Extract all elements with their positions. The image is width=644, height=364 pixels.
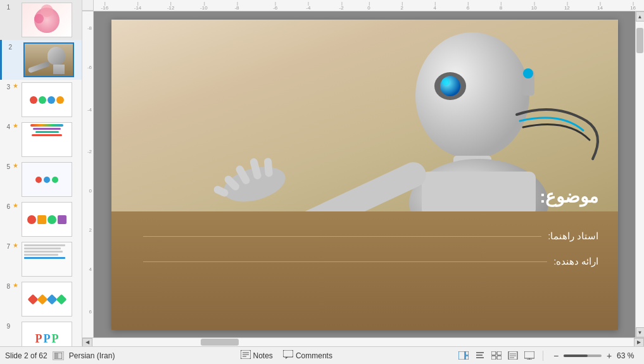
- canvas-area: موضوع: استاد راهنما: ارائه دهنده:: [94, 11, 635, 337]
- slide-bottom-section: موضوع: استاد راهنما: ارائه دهنده:: [111, 211, 618, 329]
- svg-point-0: [415, 32, 529, 159]
- slide-star-1: [13, 3, 19, 9]
- ruler-v-mark: -8: [82, 25, 93, 30]
- slide-thumbnail-8[interactable]: 8 ★: [0, 279, 82, 319]
- slide-thumbnail-2[interactable]: 2: [0, 40, 82, 80]
- slide-star-4: ★: [13, 122, 19, 129]
- slide-img-2: [23, 42, 74, 77]
- ruler-mark: 2: [400, 5, 403, 11]
- view-normal-icon[interactable]: [458, 351, 469, 360]
- ruler-mark: -12: [167, 5, 175, 11]
- slide-star-5: ★: [13, 162, 19, 169]
- slide-number-7: 7: [3, 242, 10, 250]
- zoom-level[interactable]: 63 %: [617, 351, 639, 360]
- view-reading-icon[interactable]: [507, 351, 519, 360]
- slide-thumbnail-3[interactable]: 3 ★: [0, 80, 82, 120]
- notes-label: Notes: [253, 351, 273, 360]
- slide-number-2: 2: [4, 42, 12, 51]
- slide-canvas[interactable]: موضوع: استاد راهنما: ارائه دهنده:: [111, 20, 618, 330]
- ruler-mark: 14: [597, 5, 603, 11]
- scroll-track-horizontal[interactable]: [92, 338, 634, 346]
- presenter-label: ارائه دهنده:: [553, 256, 598, 267]
- slide-star-6: ★: [13, 202, 19, 209]
- scroll-thumb-vertical[interactable]: [636, 28, 643, 53]
- ruler-mark: 0: [367, 5, 370, 11]
- zoom-slider-fill: [564, 355, 588, 357]
- svg-rect-23: [283, 350, 293, 357]
- slide-img-4: [22, 122, 72, 157]
- svg-rect-24: [458, 351, 465, 360]
- comments-button[interactable]: Comments: [283, 350, 332, 361]
- scroll-right-button[interactable]: ▶: [634, 338, 644, 347]
- zoom-slider[interactable]: [564, 355, 602, 357]
- slide-thumbnail-7[interactable]: 7 ★: [0, 239, 82, 279]
- middle-section: -8 -6 -4 -2 0 2 4 6: [82, 11, 644, 337]
- slide-number-3: 3: [3, 82, 10, 91]
- slide-img-5: [22, 162, 72, 197]
- zoom-controls: − + 63 %: [551, 351, 639, 361]
- scroll-thumb-horizontal[interactable]: [201, 339, 239, 346]
- ruler-h-content: -16 -14 -12 -10 -8 -6 -4 -2 0 2 4 6 8 10…: [94, 0, 644, 11]
- slide-img-9: P P P: [22, 322, 72, 346]
- svg-rect-30: [491, 351, 496, 355]
- slide-number-4: 4: [3, 122, 10, 130]
- slide-star-3: ★: [13, 82, 19, 89]
- svg-rect-8: [422, 172, 536, 215]
- scroll-down-button[interactable]: ▼: [636, 327, 645, 337]
- slide-number-9: 9: [3, 322, 10, 330]
- slide-thumbnail-6[interactable]: 6 ★: [0, 199, 82, 239]
- comments-icon: [283, 350, 293, 361]
- scroll-track-vertical[interactable]: [636, 22, 644, 327]
- subject-text: موضوع:: [540, 186, 598, 207]
- slide-img-7: [22, 242, 72, 277]
- ruler-v-mark: 0: [82, 188, 93, 194]
- ruler-left: -8 -6 -4 -2 0 2 4 6: [82, 11, 94, 337]
- ruler-v-mark: -6: [82, 64, 93, 70]
- svg-rect-38: [524, 351, 534, 358]
- notes-icon: [241, 350, 251, 361]
- svg-point-5: [523, 68, 533, 78]
- instructor-field: استاد راهنما:: [143, 230, 599, 242]
- slide-thumbnail-4[interactable]: 4 ★: [0, 120, 82, 160]
- view-presenter-icon[interactable]: [524, 351, 535, 360]
- slide-number-1: 1: [3, 3, 10, 11]
- ruler-mark: -16: [101, 5, 109, 11]
- notes-button[interactable]: Notes: [241, 350, 273, 361]
- slide-star-9: [13, 322, 19, 329]
- ruler-v-mark: -4: [82, 106, 93, 112]
- ruler-v-mark: -2: [82, 149, 93, 154]
- slide-thumbnail-1[interactable]: 1: [0, 0, 82, 40]
- scroll-up-button[interactable]: ▲: [636, 11, 645, 22]
- ruler-mark: 10: [531, 5, 537, 11]
- zoom-in-button[interactable]: +: [604, 351, 614, 361]
- status-right: − + 63 %: [458, 351, 639, 361]
- slide-img-1: [22, 3, 72, 37]
- slide-img-3: [22, 82, 72, 117]
- slide-thumbnail-5[interactable]: 5 ★: [0, 160, 82, 199]
- comments-label: Comments: [296, 351, 332, 360]
- ruler-mark: -6: [273, 5, 277, 11]
- scroll-left-button[interactable]: ◀: [82, 338, 92, 347]
- instructor-label: استاد راهنما:: [548, 230, 598, 242]
- slide-number-8: 8: [3, 282, 10, 290]
- main-area: 1 2: [0, 0, 644, 346]
- slide-layout-icon[interactable]: [53, 351, 64, 360]
- ruler-mark: -8: [234, 5, 239, 11]
- slide-number-6: 6: [3, 202, 10, 210]
- view-slide-sorter-icon[interactable]: [491, 351, 502, 360]
- presenter-field: ارائه دهنده:: [143, 256, 599, 267]
- zoom-out-button[interactable]: −: [551, 351, 561, 361]
- svg-rect-26: [465, 356, 469, 360]
- ruler-mark: 12: [564, 5, 570, 11]
- ruler-mark: -14: [134, 5, 142, 11]
- svg-rect-31: [497, 351, 502, 355]
- ruler-top: -16 -14 -12 -10 -8 -6 -4 -2 0 2 4 6 8 10…: [82, 0, 644, 11]
- svg-rect-32: [491, 356, 496, 360]
- view-outline-icon[interactable]: [474, 351, 486, 360]
- slide-thumbnail-9[interactable]: 9 P P P: [0, 319, 82, 346]
- ruler-mark: -10: [200, 5, 208, 11]
- svg-rect-18: [55, 353, 58, 358]
- language-indicator[interactable]: Persian (Iran): [69, 351, 115, 360]
- slide-number-5: 5: [3, 162, 10, 170]
- slide-panel[interactable]: 1 2: [0, 0, 82, 346]
